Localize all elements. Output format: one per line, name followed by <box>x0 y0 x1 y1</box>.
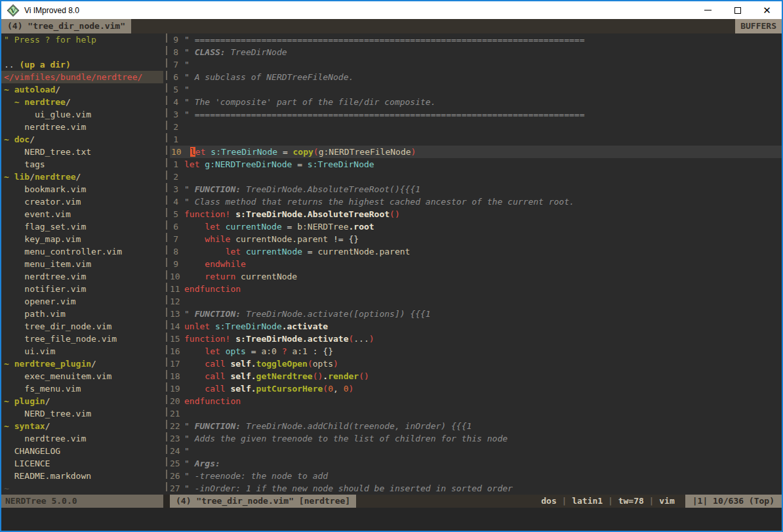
line-number: 8 <box>170 46 184 58</box>
tree-item[interactable]: creator.vim <box>1 195 163 208</box>
tree-item[interactable]: path.vim <box>1 308 163 320</box>
tree-item[interactable]: opener.vim <box>1 295 163 308</box>
code-line[interactable]: 8 let currentNode = currentNode.parent <box>170 245 782 258</box>
tree-item[interactable]: tree_dir_node.vim <box>1 320 163 333</box>
tree-item[interactable]: tags <box>1 158 163 171</box>
tree-item[interactable]: ~ <box>1 482 163 495</box>
code-line[interactable]: 18 call self.getNerdtree().render() <box>170 370 782 382</box>
code-line[interactable]: 17 call self.toggleOpen(opts) <box>170 358 782 370</box>
code-line[interactable]: 27" -inOrder: 1 if the new node should b… <box>170 482 782 495</box>
line-number: 18 <box>170 370 184 382</box>
code-line[interactable]: 16 let opts = a:0 ? a:1 : {} <box>170 345 782 358</box>
tree-item[interactable]: exec_menuitem.vim <box>1 370 163 382</box>
tree-item[interactable]: ui.vim <box>1 345 163 358</box>
line-number: 2 <box>170 171 184 183</box>
window-separator[interactable] <box>163 33 170 495</box>
tree-item[interactable]: .. (up a dir) <box>1 58 163 71</box>
maximize-button[interactable] <box>723 1 752 19</box>
code-line[interactable]: 23" Adds the given treenode to the list … <box>170 432 782 445</box>
code-line[interactable]: 1let g:NERDTreeDirNode = s:TreeDirNode <box>170 158 782 171</box>
line-number: 9 <box>170 258 184 270</box>
tree-item[interactable]: ~ nerdtree/ <box>1 96 163 108</box>
tree-item[interactable]: NERD_tree.txt <box>1 146 163 158</box>
code-line[interactable]: 2 <box>170 171 782 183</box>
status-filler <box>356 495 541 508</box>
tree-item[interactable]: ~ plugin/ <box>1 395 163 407</box>
tree-item[interactable]: nerdtree.vim <box>1 121 163 133</box>
tree-item[interactable]: menu_controller.vim <box>1 245 163 258</box>
code-line[interactable]: 25" Args: <box>170 457 782 470</box>
tree-item[interactable]: ~ lib/nerdtree/ <box>1 171 163 183</box>
tab-tree-dir-node[interactable]: (4) "tree_dir_node.vim" <box>1 19 131 33</box>
line-number: 4 <box>170 195 184 208</box>
tree-item[interactable]: key_map.vim <box>1 233 163 245</box>
code-line[interactable]: 13" FUNCTION: TreeDirNode.activate([opti… <box>170 308 782 320</box>
code-line[interactable]: 11endfunction <box>170 283 782 295</box>
line-number: 23 <box>170 432 184 445</box>
line-number: 14 <box>170 320 184 333</box>
code-line[interactable]: 20endfunction <box>170 395 782 407</box>
tree-item[interactable]: ~ autoload/ <box>1 83 163 96</box>
code-line[interactable]: 6 let currentNode = b:NERDTree.root <box>170 220 782 233</box>
line-number: 13 <box>170 308 184 320</box>
cursor-block: l <box>190 147 195 157</box>
close-icon: ✕ <box>763 5 771 15</box>
code-line[interactable]: 4" The 'composite' part of the file/dir … <box>170 96 782 108</box>
code-line[interactable]: 9 endwhile <box>170 258 782 270</box>
code-line[interactable]: 12 <box>170 295 782 308</box>
code-line[interactable]: 5function! s:TreeDirNode.AbsoluteTreeRoo… <box>170 208 782 220</box>
main-area: " Press ? for help.. (up a dir)</vimfile… <box>1 33 782 495</box>
code-line[interactable]: 5" <box>170 83 782 96</box>
code-line[interactable]: 24" <box>170 445 782 457</box>
maximize-icon <box>734 7 741 14</box>
code-line[interactable]: 22" FUNCTION: TreeDirNode.addChild(treen… <box>170 420 782 432</box>
code-line[interactable]: 3" =====================================… <box>170 108 782 121</box>
tree-item[interactable]: nerdtree.vim <box>1 270 163 283</box>
code-line[interactable]: 7 while currentNode.parent != {} <box>170 233 782 245</box>
tree-item[interactable]: nerdtree.vim <box>1 432 163 445</box>
code-line[interactable]: 6" A subclass of NERDTreeFileNode. <box>170 71 782 83</box>
code-line[interactable]: 14unlet s:TreeDirNode.activate <box>170 320 782 333</box>
tree-item[interactable]: NERD_tree.vim <box>1 407 163 420</box>
tree-item[interactable]: CHANGELOG <box>1 445 163 457</box>
tree-root-item[interactable]: </vimfiles/bundle/nerdtree/ <box>1 71 163 83</box>
tree-item[interactable]: notifier.vim <box>1 283 163 295</box>
code-line[interactable]: 21 <box>170 407 782 420</box>
code-line[interactable]: 2 <box>170 121 782 133</box>
tree-item[interactable]: ~ doc/ <box>1 133 163 146</box>
tree-item[interactable]: README.markdown <box>1 470 163 482</box>
code-line[interactable]: 10 return currentNode <box>170 270 782 283</box>
tree-item[interactable]: fs_menu.vim <box>1 382 163 395</box>
tree-item[interactable]: LICENCE <box>1 457 163 470</box>
command-line[interactable] <box>1 508 782 531</box>
line-number: 20 <box>170 395 184 407</box>
status-filename: (4) "tree_dir_node.vim" [nerdtree] <box>170 495 356 508</box>
code-line[interactable]: 9" =====================================… <box>170 33 782 46</box>
code-line-current[interactable]: 10let s:TreeDirNode = copy(g:NERDTreeFil… <box>170 146 782 158</box>
tree-item[interactable]: bookmark.vim <box>1 183 163 195</box>
nerdtree-status: NERDTree 5.0.0 <box>1 495 163 508</box>
code-line[interactable]: 7" <box>170 58 782 71</box>
minimize-button[interactable] <box>693 1 723 19</box>
line-number: 24 <box>170 445 184 457</box>
code-line[interactable]: 4" Class method that returns the highest… <box>170 195 782 208</box>
close-button[interactable]: ✕ <box>752 1 782 19</box>
code-line[interactable]: 15function! s:TreeDirNode.activate(...) <box>170 333 782 345</box>
status-flag: dos <box>541 495 556 508</box>
code-line[interactable]: 19 call self.putCursorHere(0, 0) <box>170 382 782 395</box>
buffer-tabline: (4) "tree_dir_node.vim" BUFFERS <box>1 19 782 33</box>
code-line[interactable]: 3" FUNCTION: TreeDirNode.AbsoluteTreeRoo… <box>170 183 782 195</box>
code-line[interactable]: 1 <box>170 133 782 146</box>
tree-item[interactable]: ~ syntax/ <box>1 420 163 432</box>
tree-item[interactable] <box>1 46 163 58</box>
nerdtree-panel: " Press ? for help.. (up a dir)</vimfile… <box>1 33 163 495</box>
tree-item[interactable]: menu_item.vim <box>1 258 163 270</box>
tree-item[interactable]: tree_file_node.vim <box>1 333 163 345</box>
tree-item[interactable]: ~ nerdtree_plugin/ <box>1 358 163 370</box>
tree-item[interactable]: flag_set.vim <box>1 220 163 233</box>
tree-item[interactable]: " Press ? for help <box>1 33 163 46</box>
tree-item[interactable]: event.vim <box>1 208 163 220</box>
code-line[interactable]: 26" -treenode: the node to add <box>170 470 782 482</box>
tree-item[interactable]: ui_glue.vim <box>1 108 163 121</box>
code-line[interactable]: 8" CLASS: TreeDirNode <box>170 46 782 58</box>
